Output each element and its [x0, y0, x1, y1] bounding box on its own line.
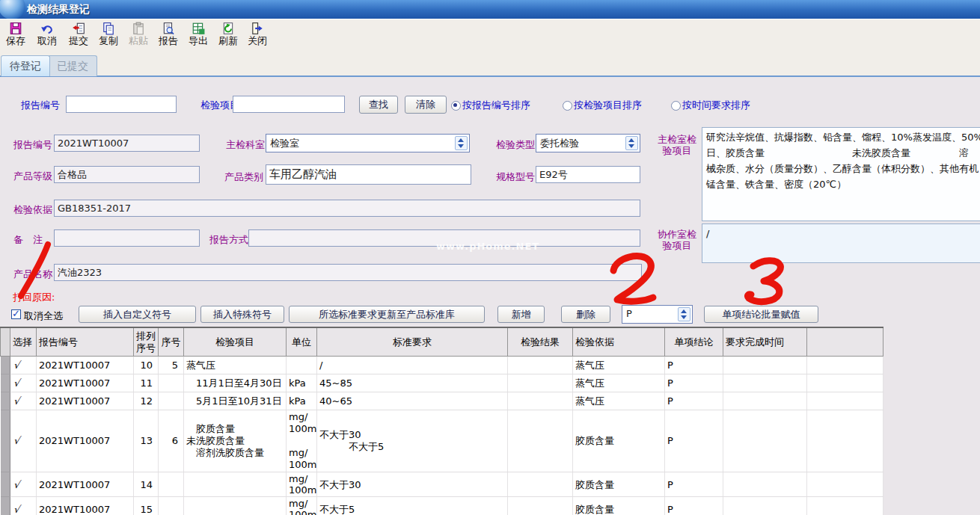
table-cell[interactable]: P — [665, 392, 723, 410]
table-cell[interactable] — [508, 374, 573, 392]
table-cell[interactable]: 不大于5 — [317, 497, 508, 515]
coop-items-textarea[interactable]: / — [702, 223, 980, 263]
spec-input[interactable] — [536, 166, 640, 183]
table-cell[interactable]: 2021WT10007 — [37, 497, 134, 515]
toolbar-button-undo[interactable]: 取消 — [34, 22, 61, 47]
clear-button[interactable]: 清除 — [405, 96, 447, 114]
table-cell[interactable]: 蒸气压 — [184, 357, 287, 374]
table-cell[interactable]: P — [665, 497, 723, 515]
row-gutter[interactable] — [1, 497, 10, 515]
table-cell[interactable]: √ — [10, 374, 37, 392]
table-cell[interactable]: 14 — [134, 472, 159, 497]
table-cell[interactable] — [807, 374, 883, 392]
table-cell[interactable] — [159, 392, 184, 410]
table-cell[interactable]: 2021WT10007 — [37, 374, 134, 392]
table-cell[interactable]: 12 — [134, 392, 159, 410]
table-cell[interactable]: 胶质含量 — [573, 497, 665, 515]
row-gutter[interactable] — [1, 374, 10, 392]
table-cell[interactable] — [508, 357, 573, 374]
table-cell[interactable]: P — [665, 410, 723, 472]
toolbar-button-refresh[interactable]: 刷新 — [215, 22, 242, 47]
table-cell[interactable]: 40~65 — [317, 392, 508, 410]
table-cell[interactable]: mg/ 100mL mg/ 100mL — [287, 410, 317, 472]
table-cell[interactable]: 6 — [159, 410, 184, 472]
table-cell[interactable] — [807, 497, 883, 515]
remark-input[interactable] — [54, 229, 200, 247]
grade-input[interactable] — [54, 166, 200, 183]
table-cell[interactable] — [723, 357, 807, 374]
inspect-type-select[interactable]: 委托检验 — [536, 134, 640, 152]
assign-conclusion-button[interactable]: 单项结论批量赋值 — [704, 306, 818, 323]
sort-radio-1[interactable] — [563, 101, 572, 111]
table-cell[interactable] — [807, 410, 883, 472]
table-cell[interactable]: 45~85 — [317, 374, 508, 392]
table-cell[interactable] — [184, 497, 287, 515]
combo-spinner-icon[interactable] — [625, 136, 638, 150]
table-cell[interactable]: √ — [10, 357, 37, 374]
product-name-input[interactable] — [54, 264, 642, 281]
table-cell[interactable]: 5 — [159, 357, 184, 374]
sort-radio-label[interactable]: 按报告编号排序 — [462, 99, 530, 111]
table-cell[interactable] — [508, 410, 573, 472]
update-standard-library-button[interactable]: 所选标准要求更新至产品标准库 — [289, 306, 485, 323]
table-cell[interactable]: 15 — [134, 497, 159, 515]
toolbar-button-close[interactable]: 关闭 — [244, 22, 271, 47]
table-cell[interactable]: 胶质含量 未洗胶质含量 溶剂洗胶质含量 — [184, 410, 287, 472]
table-cell[interactable]: 11月1日至4月30日 — [184, 374, 287, 392]
row-gutter[interactable] — [1, 410, 10, 472]
category-input[interactable] — [266, 164, 471, 185]
table-cell[interactable] — [723, 472, 807, 497]
table-cell[interactable]: 2021WT10007 — [37, 472, 134, 497]
table-cell[interactable]: √ — [10, 410, 37, 472]
table-cell[interactable]: 蒸气压 — [573, 357, 665, 374]
find-button[interactable]: 查找 — [359, 96, 398, 114]
toolbar-button-save[interactable]: 保存 — [2, 22, 29, 47]
table-cell[interactable] — [723, 410, 807, 472]
table-cell[interactable]: 蒸气压 — [573, 374, 665, 392]
table-cell[interactable]: mg/ 100mL — [287, 497, 317, 515]
table-cell[interactable]: 胶质含量 — [573, 410, 665, 472]
table-cell[interactable]: 不大于30 — [317, 472, 508, 497]
table-cell[interactable]: √ — [10, 497, 37, 515]
table-cell[interactable]: P — [665, 357, 723, 374]
table-cell[interactable]: √ — [10, 392, 37, 410]
sort-radio-label[interactable]: 按检验项目排序 — [574, 99, 642, 111]
table-cell[interactable]: 5月1日至10月31日 — [184, 392, 287, 410]
toolbar-button-copy[interactable]: 复制 — [95, 22, 122, 47]
sort-radio-2[interactable] — [671, 101, 681, 111]
combo-spinner-icon[interactable] — [678, 307, 690, 321]
table-cell[interactable]: √ — [10, 472, 37, 497]
table-cell[interactable]: 13 — [134, 410, 159, 472]
table-cell[interactable] — [723, 497, 807, 515]
table-cell[interactable] — [508, 497, 573, 515]
table-cell[interactable] — [723, 374, 807, 392]
sort-radio-0[interactable] — [451, 101, 461, 111]
table-cell[interactable]: mg/ 100mL — [287, 472, 317, 497]
table-cell[interactable]: kPa — [287, 392, 317, 410]
insert-special-symbol-button[interactable]: 插入特殊符号 — [200, 306, 284, 323]
delete-button[interactable]: 删除 — [561, 306, 610, 323]
toolbar-button-export[interactable]: 导出 — [185, 22, 212, 47]
table-cell[interactable]: 11 — [134, 374, 159, 392]
report-no-input[interactable] — [54, 135, 200, 152]
toolbar-button-submit[interactable]: 提交 — [65, 22, 92, 47]
basis-input[interactable] — [54, 200, 640, 217]
row-gutter[interactable] — [1, 392, 10, 410]
insert-custom-symbol-button[interactable]: 插入自定义符号 — [79, 306, 196, 323]
table-cell[interactable]: kPa — [287, 374, 317, 392]
table-cell[interactable]: 不大于30 不大于5 — [317, 410, 508, 472]
main-dept-select[interactable]: 检验室 — [266, 134, 470, 152]
table-cell[interactable]: 蒸气压 — [573, 392, 665, 410]
search-item-input[interactable] — [233, 96, 345, 113]
table-cell[interactable]: P — [665, 374, 723, 392]
sort-radio-label[interactable]: 按时间要求排序 — [682, 99, 750, 111]
conclusion-select[interactable]: P — [622, 305, 693, 324]
table-cell[interactable]: 2021WT10007 — [37, 357, 134, 374]
table-cell[interactable]: P — [665, 472, 723, 497]
table-cell[interactable] — [159, 472, 184, 497]
tab-1[interactable]: 已提交 — [48, 55, 97, 76]
table-cell[interactable] — [159, 374, 184, 392]
table-cell[interactable] — [508, 392, 573, 410]
table-cell[interactable] — [807, 357, 883, 374]
table-cell[interactable] — [807, 392, 883, 410]
